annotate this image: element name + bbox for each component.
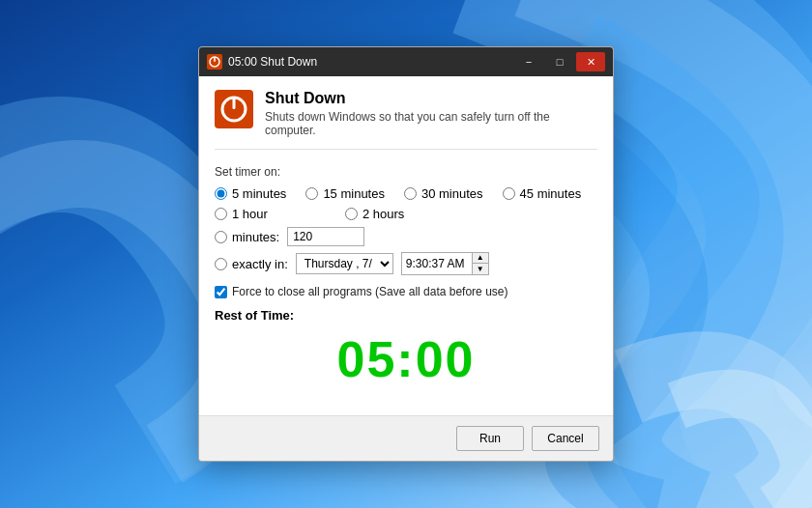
checkbox-row: Force to close all programs (Save all da… [215,285,597,298]
option-15min[interactable]: 15 minutes [305,186,385,201]
dialog-header: Shut Down Shuts down Windows so that you… [215,90,597,150]
force-close-checkbox[interactable] [215,286,227,298]
title-bar-text: 05:00 Shut Down [228,55,508,69]
option-minutes[interactable]: minutes: [215,230,279,244]
run-button[interactable]: Run [456,426,524,451]
minimize-button[interactable]: − [514,52,543,71]
radio-30min[interactable] [404,187,417,200]
spinner-buttons: ▲ ▼ [472,253,488,274]
set-timer-label: Set timer on: [215,165,597,179]
cancel-button[interactable]: Cancel [532,426,599,451]
form-section: Set timer on: 5 minutes 15 minutes 30 mi… [215,161,597,406]
header-text: Shut Down Shuts down Windows so that you… [265,90,597,137]
exactly-row: exactly in: Thursday , 7/ ▲ ▼ [215,252,597,275]
shutdown-icon [215,90,253,128]
label-45min: 45 minutes [520,186,582,201]
radio-row-2: 1 hour 2 hours [215,207,597,221]
label-15min: 15 minutes [323,186,385,201]
option-45min[interactable]: 45 minutes [503,186,582,201]
time-up-button[interactable]: ▲ [473,253,488,264]
shutdown-dialog: 05:00 Shut Down − □ ✕ Shut Down Shuts do… [198,46,614,462]
option-30min[interactable]: 30 minutes [404,186,483,201]
radio-15min[interactable] [305,187,318,200]
radio-2hr[interactable] [345,208,358,220]
dialog-overlay: 05:00 Shut Down − □ ✕ Shut Down Shuts do… [0,0,812,508]
option-exactly[interactable]: exactly in: [215,257,288,271]
force-close-label[interactable]: Force to close all programs (Save all da… [232,285,508,298]
minutes-row: minutes: [215,227,597,246]
time-down-button[interactable]: ▼ [473,264,488,274]
title-bar-icon [207,54,222,70]
title-bar: 05:00 Shut Down − □ ✕ [199,47,613,76]
dialog-content: Shut Down Shuts down Windows so that you… [199,76,613,415]
time-spinner: ▲ ▼ [401,252,489,275]
option-1hr[interactable]: 1 hour [215,207,268,221]
radio-exactly[interactable] [215,258,227,270]
label-1hr: 1 hour [232,207,268,221]
maximize-button[interactable]: □ [545,52,574,71]
option-2hr[interactable]: 2 hours [345,207,404,221]
radio-5min[interactable] [215,187,227,200]
svg-rect-3 [214,57,216,62]
radio-minutes[interactable] [215,231,227,243]
option-5min[interactable]: 5 minutes [215,186,286,201]
label-minutes: minutes: [232,230,279,244]
svg-rect-6 [233,98,236,109]
dialog-description: Shuts down Windows so that you can safel… [265,110,597,137]
radio-1hr[interactable] [215,208,227,220]
time-input[interactable] [402,255,472,272]
label-30min: 30 minutes [421,186,483,201]
label-5min: 5 minutes [232,186,286,201]
label-2hr: 2 hours [362,207,404,221]
day-select[interactable]: Thursday , 7/ [296,253,393,274]
close-button[interactable]: ✕ [576,52,605,71]
minutes-input[interactable] [287,227,364,246]
radio-45min[interactable] [503,187,515,200]
label-exactly: exactly in: [232,257,288,271]
title-bar-buttons: − □ ✕ [514,52,605,71]
rest-of-time-label: Rest of Time: [215,308,597,323]
dialog-footer: Run Cancel [199,415,613,461]
radio-row-1: 5 minutes 15 minutes 30 minutes 45 minut… [215,186,597,201]
countdown-display: 05:00 [215,330,597,388]
dialog-title: Shut Down [265,90,597,107]
